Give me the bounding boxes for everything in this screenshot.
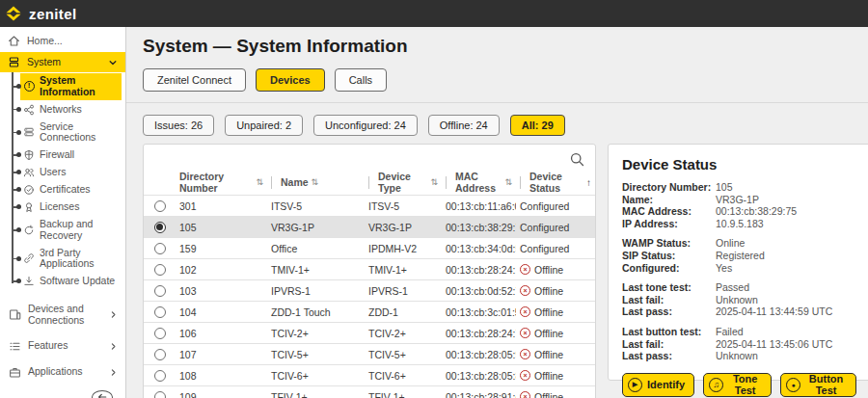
tab-calls[interactable]: Calls <box>335 68 387 92</box>
cell-device-status: ×Offline <box>516 285 595 297</box>
field-label: Last button test: <box>622 326 716 338</box>
column-header-directory-number[interactable]: Directory Number⇅ <box>176 170 267 195</box>
divider <box>126 102 868 103</box>
column-header-mac-address[interactable]: MAC Address⇅ <box>442 170 516 195</box>
sidebar-item-service-connections[interactable]: Service Connections <box>12 119 125 147</box>
table-row[interactable]: 109 TFIV-1+ TFIV-1+ 00:13:cb:28:91:d5 ×O… <box>144 385 595 398</box>
cell-device-status: ×Offline <box>516 306 595 318</box>
row-radio[interactable] <box>144 243 176 254</box>
offline-icon: × <box>520 391 530 398</box>
field-label: WAMP Status: <box>622 237 716 250</box>
cell-device-status: Configured <box>516 222 595 233</box>
arrow-left-icon <box>96 391 108 398</box>
table-row[interactable]: 107 TCIV-5+ TCIV-5+ 00:13:cb:28:05:9a ×O… <box>144 343 595 364</box>
row-radio[interactable] <box>144 349 176 360</box>
row-radio[interactable] <box>144 328 176 339</box>
sidebar-item-backup-and-recovery[interactable]: Backup and Recovery <box>12 216 125 245</box>
row-radio[interactable] <box>144 370 176 382</box>
field-label: SIP Status: <box>622 250 716 262</box>
identify-button[interactable]: ▶ Identify <box>622 373 694 397</box>
sidebar-item-licenses[interactable]: Licenses <box>12 199 125 216</box>
sort-icon[interactable]: ⇅ <box>504 177 512 187</box>
table-row[interactable]: 103 IPVRS-1 IPVRS-1 00:13:cb:0d:52:7f ×O… <box>144 279 595 301</box>
row-radio[interactable] <box>144 306 176 318</box>
sidebar-item-home[interactable]: Home... <box>0 30 125 52</box>
cell-device-status: ×Offline <box>516 264 595 276</box>
sidebar-item-applications[interactable]: Applications <box>0 359 125 385</box>
table-row[interactable]: 105 VR3G-1P VR3G-1P 00:13:cb:38:29:75 Co… <box>144 216 595 237</box>
table-row[interactable]: 108 TCIV-6+ TCIV-6+ 00:13:cb:28:05:86 ×O… <box>144 364 595 385</box>
offline-icon: × <box>520 370 530 381</box>
sidebar-item-software-update[interactable]: Software Update <box>12 273 125 290</box>
table-row[interactable]: 104 ZDD-1 Touch ZDD-1 00:13:cb:3c:01:51 … <box>144 301 595 322</box>
table-row[interactable]: 106 TCIV-2+ TCIV-2+ 00:13:cb:28:24:77 ×O… <box>144 322 595 343</box>
check-circle-icon <box>23 184 35 196</box>
sidebar-item-label: System Information <box>40 75 119 98</box>
play-icon: ▶ <box>628 378 642 392</box>
filter-all[interactable]: All: 29 <box>510 115 565 136</box>
brand-name: zenitel <box>29 6 76 22</box>
cell-device-type: ITSV-5 <box>365 200 442 212</box>
sidebar-item-label: Software Update <box>40 276 115 287</box>
sidebar-item-system-information[interactable]: ! System Information <box>12 72 125 101</box>
field-label: Last fail: <box>622 338 716 351</box>
sidebar-item-devices-and-connections[interactable]: Devices and Connections <box>0 297 125 333</box>
offline-icon: × <box>520 306 530 317</box>
table-row[interactable]: 159 Office IPDMH-V2 00:13:cb:34:0d:56 Co… <box>144 237 595 258</box>
tone-test-button[interactable]: ♫ Tone Test <box>703 373 772 397</box>
dot-icon: ● <box>786 378 800 392</box>
row-radio[interactable] <box>144 285 176 297</box>
button-test-button[interactable]: ● Button Test <box>780 373 856 397</box>
sort-ascending-icon[interactable]: ↑ <box>586 177 591 188</box>
server-stack-icon <box>23 126 35 138</box>
sidebar-item-features[interactable]: Features <box>0 333 125 359</box>
row-radio[interactable] <box>144 264 176 276</box>
table-row[interactable]: 102 TMIV-1+ TMIV-1+ 00:13:cb:28:24:10 ×O… <box>144 258 595 279</box>
filter-issues[interactable]: Issues: 26 <box>143 115 214 136</box>
cell-directory-number: 301 <box>176 200 267 212</box>
field-value: Unknown <box>716 350 856 362</box>
table-row[interactable]: 301 ITSV-5 ITSV-5 00:13:cb:11:a6:0c Conf… <box>144 195 595 216</box>
sidebar-item-certificates[interactable]: Certificates <box>12 181 125 199</box>
network-icon <box>23 104 35 116</box>
cell-device-type: ZDD-1 <box>365 306 442 318</box>
column-header-name[interactable]: Name⇅ <box>267 170 365 195</box>
offline-icon: × <box>520 349 530 359</box>
column-header-device-type[interactable]: Device Type⇅ <box>365 170 442 195</box>
tab-devices[interactable]: Devices <box>256 68 325 92</box>
sidebar-item-networks[interactable]: Networks <box>12 101 125 119</box>
filter-unpaired[interactable]: Unpaired: 2 <box>225 115 303 136</box>
cell-device-type: IPVRS-1 <box>365 285 442 297</box>
sidebar: Home... System ! System Information <box>0 27 126 398</box>
row-radio[interactable] <box>144 200 176 212</box>
top-bar: zenitel <box>0 0 868 27</box>
sidebar-item-users[interactable]: Users <box>12 164 125 181</box>
page-title: System — System Information <box>143 36 868 57</box>
sidebar-collapse-button[interactable] <box>92 390 113 398</box>
chevron-right-icon <box>109 368 118 377</box>
tab-zenitel-connect[interactable]: Zenitel Connect <box>143 68 246 92</box>
row-radio[interactable] <box>144 391 176 398</box>
field-value: Failed <box>716 326 856 338</box>
main-content: System — System Information Zenitel Conn… <box>126 27 868 398</box>
tree-connector <box>12 109 19 111</box>
device-table-card: Directory Number⇅ Name⇅ Device Type⇅ MAC… <box>143 144 596 398</box>
sidebar-item-3rd-party-applications[interactable]: 3rd Party Applications <box>12 245 125 274</box>
users-icon <box>23 167 35 178</box>
offline-icon: × <box>520 264 530 275</box>
cell-name: TCIV-6+ <box>267 370 365 382</box>
search-icon[interactable] <box>569 151 585 168</box>
cell-name: IPVRS-1 <box>267 285 365 297</box>
sort-icon[interactable]: ⇅ <box>430 177 438 187</box>
sidebar-item-system[interactable]: System <box>0 52 125 72</box>
sidebar-item-firewall[interactable]: Firewall <box>12 146 125 164</box>
shield-icon <box>23 149 35 161</box>
row-radio[interactable] <box>144 222 176 233</box>
field-value: Yes <box>716 262 856 275</box>
sort-icon[interactable]: ⇅ <box>312 177 319 187</box>
filter-offline[interactable]: Offline: 24 <box>428 115 500 136</box>
filter-unconfigured[interactable]: Unconfigured: 24 <box>313 115 418 136</box>
sort-icon[interactable]: ⇅ <box>256 177 263 187</box>
column-header-device-status[interactable]: Device Status↑ <box>516 170 595 195</box>
cell-mac-address: 00:13:cb:0d:52:7f <box>442 285 516 297</box>
